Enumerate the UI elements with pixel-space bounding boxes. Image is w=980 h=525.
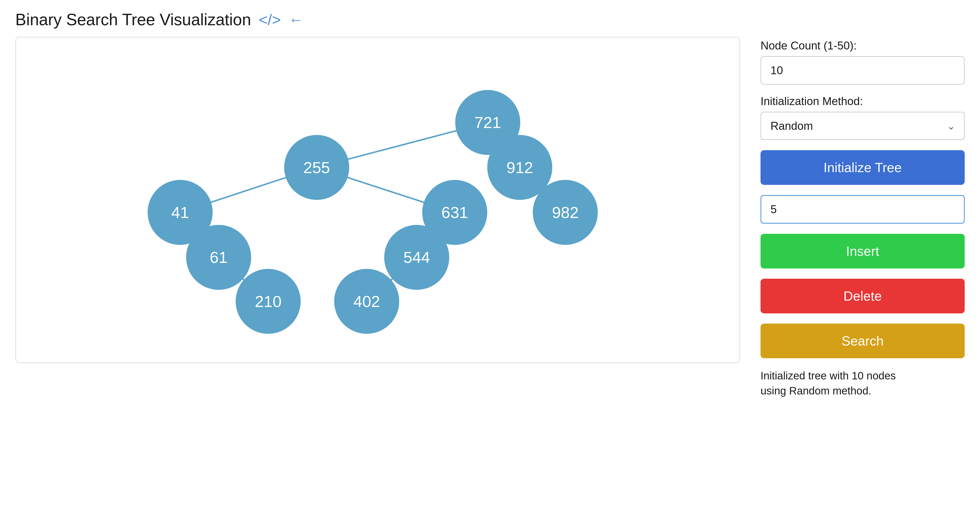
status-text: Initialized tree with 10 nodes using Ran… [760, 368, 965, 398]
init-method-label: Initialization Method: [760, 95, 965, 108]
node-label: 721 [474, 113, 501, 131]
tree-node[interactable]: 61 [186, 225, 251, 290]
tree-node[interactable]: 210 [235, 269, 301, 334]
tree-canvas: 7212559124163198261544210402 [15, 37, 740, 363]
node-label: 912 [506, 159, 533, 176]
tree-node[interactable]: 544 [384, 225, 449, 290]
node-label: 982 [552, 203, 579, 221]
tree-node[interactable]: 402 [334, 269, 399, 334]
node-label: 255 [304, 159, 330, 176]
value-input[interactable] [760, 195, 965, 224]
node-count-input[interactable] [760, 56, 965, 85]
node-label: 41 [171, 203, 189, 221]
node-label: 402 [353, 292, 380, 310]
node-count-label: Node Count (1-50): [760, 39, 965, 52]
init-method-section: Initialization Method: Random Sorted Rev… [760, 95, 965, 140]
tree-node[interactable]: 255 [284, 135, 349, 200]
node-label: 210 [255, 292, 282, 310]
init-method-select[interactable]: Random Sorted Reverse Sorted [760, 112, 965, 140]
node-label: 61 [210, 248, 228, 266]
node-count-section: Node Count (1-50): [760, 39, 965, 85]
search-button[interactable]: Search [760, 324, 965, 358]
status-line1: Initialized tree with 10 nodes [760, 368, 965, 384]
tree-node[interactable]: 982 [533, 180, 598, 245]
init-method-wrapper: Random Sorted Reverse Sorted ⌄ [760, 112, 965, 140]
node-label: 544 [404, 248, 430, 266]
insert-button[interactable]: Insert [760, 234, 965, 268]
code-icon[interactable]: </> [259, 11, 281, 29]
node-label: 631 [442, 203, 468, 221]
main-content: 7212559124163198261544210402 Node Count … [0, 37, 980, 398]
page-title: Binary Search Tree Visualization [15, 10, 251, 29]
initialize-tree-button[interactable]: Initialize Tree [760, 150, 965, 185]
back-icon[interactable]: ← [289, 11, 304, 29]
status-line2: using Random method. [760, 384, 965, 398]
sidebar: Node Count (1-50): Initialization Method… [760, 37, 965, 398]
header: Binary Search Tree Visualization </> ← [0, 0, 980, 37]
delete-button[interactable]: Delete [760, 279, 965, 313]
